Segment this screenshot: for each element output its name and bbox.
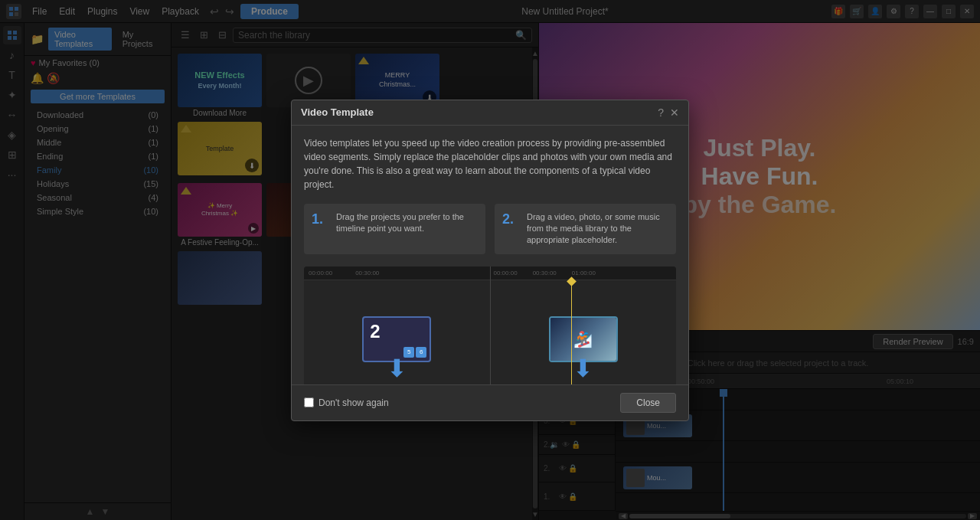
diagram-left-ruler: 00:00:00 00:30:00 <box>304 267 490 280</box>
dlr-1: 00:30:00 <box>355 270 379 276</box>
modal-header: Video Template ? ✕ <box>292 100 688 126</box>
skater-icon: 🏂 <box>573 330 593 348</box>
step-2-number: 2. <box>502 211 521 247</box>
drr-0: 00:00:00 <box>494 270 518 276</box>
modal-steps: 1. Drag the projects you prefer to the t… <box>304 204 676 254</box>
step-1-text: Drag the projects you prefer to the time… <box>336 211 478 247</box>
drr-1: 00:30:00 <box>533 270 557 276</box>
video-template-modal: Video Template ? ✕ Video templates let y… <box>291 100 689 421</box>
drr-2: 01:00:00 <box>572 270 596 276</box>
diagram-arrow-down-left: ⬇ <box>387 354 407 383</box>
dont-show-checkbox[interactable] <box>304 397 314 407</box>
modal-overlay: Video Template ? ✕ Video templates let y… <box>0 0 980 520</box>
modal-close-icon[interactable]: ✕ <box>670 106 679 119</box>
diagram-playhead <box>571 280 572 384</box>
modal-title: Video Template <box>301 106 374 118</box>
modal-footer: Don't show again Close <box>292 384 688 420</box>
modal-help-icon[interactable]: ? <box>658 106 664 119</box>
diag-mini-num-6: 6 <box>416 347 426 358</box>
diagram-right-ruler: 00:00:00 00:30:00 01:00:00 <box>491 267 677 280</box>
modal-description: Video templates let you speed up the vid… <box>304 136 676 191</box>
modal-step-1: 1. Drag the projects you prefer to the t… <box>304 204 485 254</box>
step-2-text: Drag a video, photo, or some music from … <box>527 211 668 247</box>
dont-show-row: Don't show again <box>304 397 389 408</box>
modal-diagram: 00:00:00 00:30:00 2 5 6 <box>304 267 676 384</box>
modal-step-2: 2. Drag a video, photo, or some music fr… <box>495 204 676 254</box>
diagram-left: 00:00:00 00:30:00 2 5 6 <box>304 267 491 384</box>
modal-body: Video templates let you speed up the vid… <box>292 126 688 384</box>
dlr-0: 00:00:00 <box>309 270 332 276</box>
diagram-arrow-down-right: ⬇ <box>573 354 593 383</box>
diag-small-nums: 5 6 <box>403 347 426 358</box>
modal-header-icons: ? ✕ <box>658 106 679 119</box>
dont-show-label: Don't show again <box>318 397 389 408</box>
step-1-number: 1. <box>312 211 330 247</box>
close-button[interactable]: Close <box>620 393 676 413</box>
diagram-right: 00:00:00 00:30:00 01:00:00 🏂 <box>491 267 677 384</box>
diag-num-2: 2 <box>370 321 380 342</box>
